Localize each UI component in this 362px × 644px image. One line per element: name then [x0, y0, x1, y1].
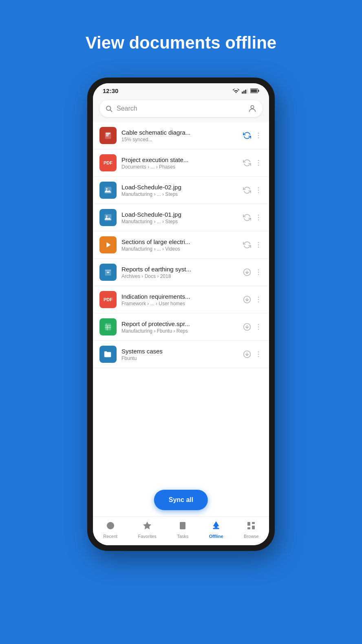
- file-path: Manufacturing › ... › Steps: [121, 219, 238, 224]
- file-info: Report of protective.spr...Manufacturing…: [121, 320, 238, 334]
- signal-icon: [242, 88, 248, 94]
- sync-all-button[interactable]: Sync all: [154, 490, 208, 510]
- search-bar[interactable]: Search: [99, 100, 263, 117]
- file-info: Project execution state...Documents › ..…: [121, 156, 238, 170]
- file-path: 15% synced...: [121, 137, 238, 142]
- svg-point-56: [258, 329, 259, 330]
- file-item[interactable]: +Report of protective.spr...Manufacturin…: [93, 313, 269, 341]
- svg-point-45: [258, 299, 259, 300]
- nav-label: Favorites: [138, 534, 157, 539]
- download-icon[interactable]: [243, 295, 251, 304]
- file-item[interactable]: Sections of large electri...Manufacturin…: [93, 231, 269, 259]
- sync-icon[interactable]: [243, 131, 251, 140]
- file-name: Report of protective.spr...: [121, 320, 238, 327]
- nav-item-star[interactable]: Favorites: [138, 521, 157, 539]
- wifi-icon: [232, 88, 240, 94]
- svg-point-15: [258, 135, 259, 136]
- file-item[interactable]: Load-Schedule-02.jpgManufacturing › ... …: [93, 177, 269, 204]
- phone-mockup: 12:30: [87, 78, 275, 551]
- sync-icon[interactable]: [243, 241, 251, 249]
- svg-point-21: [106, 188, 108, 190]
- download-icon[interactable]: [243, 268, 251, 276]
- svg-point-60: [258, 354, 259, 355]
- svg-point-9: [251, 106, 254, 109]
- file-item[interactable]: Systems casesFbuntu: [93, 341, 269, 368]
- svg-point-29: [258, 220, 259, 221]
- svg-rect-36: [107, 272, 109, 273]
- file-path: Manufacturing › ... › Videos: [121, 246, 238, 252]
- svg-rect-0: [242, 91, 243, 93]
- file-actions: [243, 213, 263, 222]
- file-item[interactable]: Load-Schedule-01.jpgManufacturing › ... …: [93, 204, 269, 231]
- more-options-icon[interactable]: [254, 159, 263, 167]
- file-type-icon: +: [99, 318, 117, 335]
- browse-icon: [246, 521, 256, 532]
- svg-point-44: [258, 297, 259, 298]
- search-icon: [105, 105, 113, 112]
- nav-item-recent[interactable]: Recent: [103, 521, 117, 539]
- svg-point-24: [258, 192, 259, 193]
- file-name: Sections of large electri...: [121, 238, 238, 245]
- file-path: Manufacturing › ... › Steps: [121, 191, 238, 197]
- svg-rect-2: [245, 90, 246, 94]
- download-icon[interactable]: [243, 323, 251, 331]
- svg-rect-68: [247, 522, 250, 526]
- file-item[interactable]: Reports of earthing syst...Archives › Do…: [93, 259, 269, 286]
- svg-rect-12: [106, 135, 109, 135]
- svg-text:+: +: [106, 324, 107, 326]
- file-type-icon: [99, 127, 117, 144]
- svg-marker-30: [106, 242, 110, 248]
- nav-item-browse[interactable]: Browse: [244, 521, 259, 539]
- svg-point-54: [258, 324, 259, 325]
- sync-icon[interactable]: [243, 159, 251, 167]
- more-options-icon[interactable]: [254, 131, 263, 140]
- svg-rect-25: [105, 214, 112, 221]
- file-path: Fbuntu: [121, 355, 238, 361]
- svg-line-8: [110, 110, 112, 112]
- svg-rect-35: [105, 270, 111, 271]
- file-name: Load-Schedule-01.jpg: [121, 211, 238, 218]
- file-type-icon: PDF: [99, 154, 117, 171]
- sync-icon[interactable]: [243, 213, 251, 222]
- svg-point-46: [258, 302, 259, 303]
- account-icon[interactable]: [248, 104, 257, 113]
- svg-rect-5: [258, 90, 259, 92]
- file-item[interactable]: PDFProject execution state...Documents ›…: [93, 149, 269, 177]
- svg-rect-1: [243, 91, 245, 93]
- file-actions: [243, 295, 263, 304]
- svg-point-59: [258, 351, 259, 353]
- more-options-icon[interactable]: [254, 295, 263, 304]
- file-item[interactable]: Cable schematic diagra...15% synced...: [93, 122, 269, 149]
- svg-point-17: [258, 160, 259, 161]
- file-info: Reports of earthing syst...Archives › Do…: [121, 266, 238, 279]
- file-actions: [243, 159, 263, 167]
- more-options-icon[interactable]: [254, 323, 263, 331]
- recent-icon: [106, 521, 115, 532]
- more-options-icon[interactable]: [254, 350, 263, 358]
- file-type-icon: [99, 264, 117, 281]
- sync-icon[interactable]: [243, 186, 251, 194]
- status-icons: [232, 88, 259, 94]
- file-type-icon: PDF: [99, 291, 117, 308]
- file-info: Indication requirements...Framework › ..…: [121, 293, 238, 306]
- file-type-icon: [99, 236, 117, 253]
- file-actions: [243, 186, 263, 194]
- file-info: Load-Schedule-01.jpgManufacturing › ... …: [121, 211, 238, 224]
- file-actions: [243, 350, 263, 358]
- svg-point-22: [258, 187, 259, 189]
- more-options-icon[interactable]: [254, 268, 263, 276]
- status-bar: 12:30: [93, 83, 269, 97]
- more-options-icon[interactable]: [254, 213, 263, 222]
- status-time: 12:30: [103, 87, 118, 94]
- more-options-icon[interactable]: [254, 241, 263, 249]
- file-type-icon: [99, 182, 117, 199]
- file-item[interactable]: PDFIndication requirements...Framework ›…: [93, 286, 269, 313]
- nav-label: Recent: [103, 534, 117, 539]
- svg-point-31: [258, 242, 259, 243]
- svg-rect-70: [252, 526, 255, 529]
- download-icon[interactable]: [243, 350, 251, 358]
- nav-item-tasks[interactable]: Tasks: [177, 521, 188, 539]
- file-name: Cable schematic diagra...: [121, 129, 238, 136]
- more-options-icon[interactable]: [254, 186, 263, 194]
- nav-item-offline[interactable]: Offline: [209, 521, 223, 539]
